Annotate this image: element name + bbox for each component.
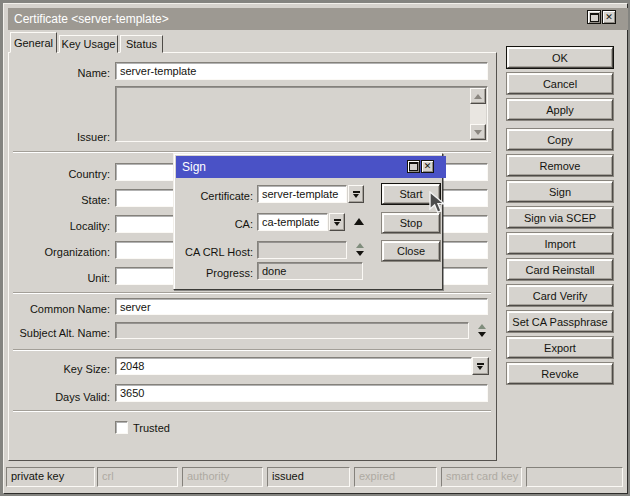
locality-label: Locality:: [8, 219, 110, 233]
sign-progress-value: done: [257, 262, 363, 280]
remove-button[interactable]: Remove: [507, 155, 613, 176]
window-title: Certificate <server-template>: [14, 12, 169, 26]
key-size-label: Key Size:: [8, 362, 110, 376]
dropdown-icon: [353, 191, 360, 198]
sign-ca-input[interactable]: ca-template: [257, 213, 328, 231]
set-ca-passphrase-button[interactable]: Set CA Passphrase: [507, 311, 613, 332]
days-valid-label: Days Valid:: [8, 390, 110, 404]
sign-button[interactable]: Sign: [507, 181, 613, 202]
common-name-input[interactable]: server: [115, 298, 488, 315]
screen: Certificate <server-template> ✕ General …: [0, 0, 630, 496]
scroll-up-icon: [474, 94, 482, 99]
scroll-down-icon: [474, 130, 482, 135]
copy-button[interactable]: Copy: [507, 129, 613, 150]
sign-dialog-titlebar[interactable]: Sign: [176, 156, 446, 178]
issuer-textarea[interactable]: [115, 86, 488, 142]
sign-maximize-button[interactable]: [407, 160, 420, 173]
subject-alt-name-up-icon[interactable]: [478, 324, 486, 329]
subject-alt-name-input[interactable]: [115, 322, 469, 339]
status-authority: authority: [182, 467, 263, 487]
trusted-label: Trusted: [133, 422, 170, 434]
key-size-input[interactable]: 2048: [115, 357, 472, 375]
country-label: Country:: [8, 167, 110, 181]
ok-button[interactable]: OK: [507, 47, 613, 68]
revoke-button[interactable]: Revoke: [507, 363, 613, 384]
common-name-label: Common Name:: [8, 302, 110, 316]
maximize-icon: [590, 13, 599, 22]
apply-button[interactable]: Apply: [507, 99, 613, 120]
trusted-checkbox[interactable]: [115, 421, 128, 434]
organization-label: Organization:: [8, 245, 110, 259]
separator: [13, 349, 491, 351]
card-reinstall-button[interactable]: Card Reinstall: [507, 259, 613, 280]
tab-key-usage[interactable]: Key Usage: [59, 35, 118, 53]
sign-ca-dropdown-button[interactable]: [329, 213, 345, 231]
stop-button[interactable]: Stop: [382, 213, 440, 233]
sign-progress-label: Progress:: [179, 266, 253, 280]
import-button[interactable]: Import: [507, 233, 613, 254]
separator: [13, 410, 491, 412]
issuer-label: Issuer:: [8, 130, 110, 144]
sign-close-button[interactable]: ✕: [421, 160, 434, 173]
card-verify-button[interactable]: Card Verify: [507, 285, 613, 306]
status-smart-card-key: smart card key: [441, 467, 522, 487]
dropdown-icon: [477, 363, 484, 370]
mouse-cursor-icon: [429, 191, 447, 215]
close-icon: ✕: [424, 162, 432, 171]
status-private-key: private key: [6, 467, 95, 487]
sign-certificate-input[interactable]: server-template: [257, 185, 347, 203]
maximize-button[interactable]: [587, 10, 601, 24]
crl-host-down-icon[interactable]: [356, 251, 364, 256]
issuer-scrollbar-track[interactable]: [470, 104, 486, 124]
key-size-dropdown-button[interactable]: [472, 357, 489, 375]
issuer-scroll-up-button[interactable]: [470, 88, 486, 104]
status-expired: expired: [354, 467, 437, 487]
tab-status[interactable]: Status: [120, 35, 163, 53]
close-dialog-button[interactable]: Close: [382, 241, 440, 261]
separator: [13, 292, 491, 294]
subject-alt-name-down-icon[interactable]: [478, 332, 486, 337]
status-issued: issued: [267, 467, 350, 487]
sign-dialog: Sign ✕ Certificate: server-template CA: …: [173, 153, 443, 290]
sign-certificate-label: Certificate:: [179, 189, 253, 203]
collapse-up-icon[interactable]: [354, 218, 364, 225]
days-valid-input[interactable]: 3650: [115, 384, 488, 402]
close-button[interactable]: ✕: [602, 10, 616, 24]
crl-host-up-icon[interactable]: [356, 243, 364, 248]
name-input[interactable]: server-template: [115, 62, 488, 80]
tab-general[interactable]: General: [10, 32, 57, 53]
status-empty: [526, 467, 623, 487]
window-titlebar[interactable]: Certificate <server-template>: [8, 8, 628, 30]
sign-ca-crl-host-input[interactable]: [257, 241, 347, 259]
subject-alt-name-label: Subject Alt. Name:: [8, 326, 110, 340]
sign-ca-label: CA:: [179, 217, 253, 231]
sign-dialog-title: Sign: [182, 160, 206, 174]
dropdown-icon: [334, 219, 341, 226]
close-icon: ✕: [605, 13, 613, 22]
maximize-icon: [409, 162, 418, 171]
status-crl: crl: [97, 467, 178, 487]
unit-label: Unit:: [8, 271, 110, 285]
sign-ca-crl-host-label: CA CRL Host:: [179, 245, 253, 259]
cancel-button[interactable]: Cancel: [507, 73, 613, 94]
state-label: State:: [8, 193, 110, 207]
name-label: Name:: [8, 66, 110, 80]
export-button[interactable]: Export: [507, 337, 613, 358]
sign-certificate-dropdown-button[interactable]: [348, 185, 364, 203]
sign-via-scep-button[interactable]: Sign via SCEP: [507, 207, 613, 228]
issuer-scroll-down-button[interactable]: [470, 124, 486, 140]
